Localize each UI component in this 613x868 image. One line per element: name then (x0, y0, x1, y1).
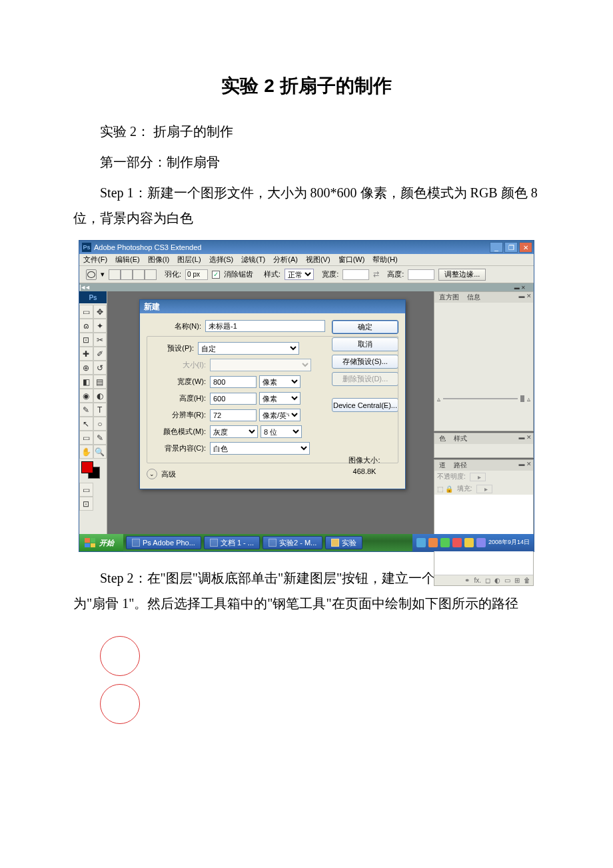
link-layers-icon[interactable]: ⚭ (464, 577, 470, 584)
taskbar-item-folder[interactable]: 实验 (325, 536, 362, 549)
fx-icon[interactable]: fx. (474, 577, 481, 584)
selmode-int[interactable] (145, 269, 157, 280)
stamp-tool-icon[interactable]: ⊕ (79, 361, 93, 375)
new-layer-icon[interactable]: ⊞ (514, 577, 520, 584)
adjustment-icon[interactable]: ◐ (494, 577, 500, 584)
tab-color[interactable]: 色 (437, 434, 448, 443)
panel-close-icon[interactable]: ▬ ✕ (518, 461, 532, 467)
color-swatches[interactable] (79, 461, 107, 479)
tray-icon[interactable] (476, 538, 486, 547)
selmode-add[interactable] (121, 269, 133, 280)
res-unit-select[interactable]: 像素/英寸 (259, 409, 301, 421)
eyedropper-icon[interactable]: ✎ (93, 431, 107, 445)
heal-tool-icon[interactable]: ✚ (79, 347, 93, 361)
depth-select[interactable]: 8 位 (261, 425, 302, 438)
gradient-tool-icon[interactable]: ▤ (93, 375, 107, 389)
tab-channels[interactable]: 道 (437, 461, 448, 470)
zoom-slider[interactable]: ▵ ▵ (437, 396, 530, 401)
bg-select[interactable]: 白色 (210, 442, 310, 455)
swap-icon[interactable]: ⇄ (373, 270, 379, 279)
tray-icon[interactable] (452, 538, 462, 547)
maximize-button[interactable]: ❐ (504, 242, 518, 253)
lock-icons[interactable]: ⬚ 🔒 (437, 485, 453, 493)
marquee-tool-icon[interactable]: ▭ (79, 305, 93, 319)
advanced-toggle[interactable]: ⌄ (147, 469, 157, 479)
menu-help[interactable]: 帮助(H) (372, 255, 397, 265)
eraser-tool-icon[interactable]: ◧ (79, 375, 93, 389)
marquee-tool-icon[interactable] (86, 269, 97, 280)
menu-layer[interactable]: 图层(L) (177, 255, 201, 265)
crop-tool-icon[interactable]: ⊡ (79, 333, 93, 347)
tray-icon[interactable] (416, 538, 426, 547)
shape-tool-icon[interactable]: ○ (93, 417, 107, 431)
zoom-out-icon[interactable]: ▵ (437, 395, 440, 403)
type-tool-icon[interactable]: T (93, 403, 107, 417)
width-unit-select[interactable]: 像素 (259, 375, 301, 388)
height-input[interactable] (210, 393, 257, 405)
blur-tool-icon[interactable]: ◉ (79, 389, 93, 403)
menu-window[interactable]: 窗口(W) (338, 255, 365, 265)
menu-file[interactable]: 文件(F) (83, 255, 107, 265)
panel-close-icon[interactable]: ▬ ✕ (518, 434, 532, 441)
height-unit-select[interactable]: 像素 (259, 392, 301, 405)
selmode-sub[interactable] (133, 269, 145, 280)
pen-tool-icon[interactable]: ✎ (79, 403, 93, 417)
opacity-value[interactable]: ▸ (470, 473, 486, 481)
hand-tool-icon[interactable]: ✋ (79, 445, 93, 459)
refine-edge-button[interactable]: 调整边缘... (438, 269, 486, 281)
preset-select[interactable]: 自定 (198, 342, 299, 355)
menu-view[interactable]: 视图(V) (306, 255, 330, 265)
menu-filter[interactable]: 滤镜(T) (241, 255, 265, 265)
zoom-in-icon[interactable]: ▵ (527, 395, 530, 403)
wand-tool-icon[interactable]: ✦ (93, 319, 107, 333)
fill-value[interactable]: ▸ (476, 485, 493, 493)
panel-close-icon[interactable]: ▬ ✕ (518, 293, 532, 299)
dock-collapse-icon[interactable]: ▬ ✕ (514, 285, 526, 291)
trash-icon[interactable]: 🗑 (524, 577, 530, 584)
tool-dropdown-icon[interactable]: ▾ (101, 270, 105, 279)
slice-tool-icon[interactable]: ✂ (93, 333, 107, 347)
close-button[interactable]: ✕ (519, 242, 532, 253)
selmode-new[interactable] (109, 269, 121, 280)
tab-histogram[interactable]: 直方图 (437, 293, 461, 302)
feather-input[interactable] (185, 269, 208, 280)
taskbar-item-ps[interactable]: Ps Adobe Pho... (126, 536, 201, 549)
menu-image[interactable]: 图像(I) (148, 255, 169, 265)
lasso-tool-icon[interactable]: ɷ (79, 319, 93, 333)
quickmask-icon[interactable]: ▭ (79, 483, 93, 497)
res-input[interactable] (210, 409, 257, 421)
height-input[interactable] (408, 269, 434, 280)
screenmode-icon[interactable]: ⊡ (79, 497, 93, 511)
menu-select[interactable]: 选择(S) (209, 255, 234, 265)
taskbar-item-doc2[interactable]: 实验2 - M... (263, 536, 322, 549)
path-tool-icon[interactable]: ↖ (79, 417, 93, 431)
move-tool-icon[interactable]: ✥ (93, 305, 107, 319)
group-icon[interactable]: ▭ (504, 577, 510, 584)
dock-handle[interactable]: || ◄◄ (79, 284, 89, 291)
start-button[interactable]: 开始 (79, 534, 123, 551)
zoom-tool-icon[interactable]: 🔍 (93, 445, 107, 459)
history-brush-icon[interactable]: ↺ (93, 361, 107, 375)
mask-icon[interactable]: ◻ (485, 577, 490, 584)
tab-info[interactable]: 信息 (465, 293, 482, 302)
tab-styles[interactable]: 样式 (452, 434, 469, 443)
menu-edit[interactable]: 编辑(E) (115, 255, 140, 265)
tray-icon[interactable] (440, 538, 450, 547)
dodge-tool-icon[interactable]: ◐ (93, 389, 107, 403)
notes-tool-icon[interactable]: ▭ (79, 431, 93, 445)
minimize-button[interactable]: _ (490, 242, 503, 253)
width-input[interactable] (210, 376, 257, 388)
name-input[interactable] (205, 320, 325, 332)
mode-select[interactable]: 灰度 (210, 425, 258, 438)
brush-tool-icon[interactable]: ✐ (93, 347, 107, 361)
foreground-color[interactable] (81, 461, 93, 473)
tray-icon[interactable] (428, 538, 438, 547)
taskbar-item-doc1[interactable]: 文档 1 - ... (204, 536, 260, 549)
ok-button[interactable]: 确定 (332, 320, 398, 334)
style-select[interactable]: 正常 (285, 269, 314, 280)
tray-icon[interactable] (464, 538, 474, 547)
width-input[interactable] (342, 269, 369, 280)
antialias-checkbox[interactable]: ✓ (212, 271, 220, 279)
tab-paths[interactable]: 路径 (452, 461, 469, 470)
menu-analysis[interactable]: 分析(A) (273, 255, 298, 265)
